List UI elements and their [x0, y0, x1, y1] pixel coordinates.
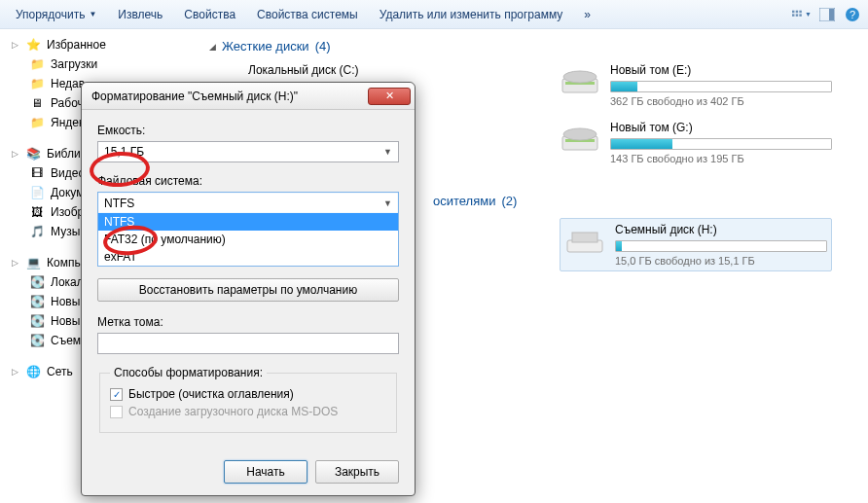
- volume-label-label: Метка тома:: [97, 315, 399, 329]
- drive-name: Новый том (G:): [610, 121, 832, 134]
- drive-usage-fill: [616, 241, 622, 251]
- toolbar-organize[interactable]: Упорядочить▼: [6, 5, 106, 24]
- toolbar-system-properties[interactable]: Свойства системы: [247, 5, 368, 24]
- drive-free-text: 15,0 ГБ свободно из 15,1 ГБ: [615, 255, 827, 267]
- sidebar-item-label: Музы: [51, 225, 80, 238]
- sidebar-item-label: Рабоч: [51, 96, 84, 110]
- drive-icon: 💽: [29, 313, 45, 329]
- sidebar-item-label: Избранное: [47, 38, 106, 52]
- chevron-down-icon: ▼: [383, 147, 392, 157]
- sidebar-downloads[interactable]: 📁Загрузки: [8, 54, 190, 74]
- chevron-down-icon: ▼: [383, 198, 392, 208]
- explorer-toolbar: Упорядочить▼ Извлечь Свойства Свойства с…: [0, 0, 868, 29]
- document-icon: 📄: [29, 185, 45, 200]
- format-dialog: Форматирование "Съемный диск (H:)" ✕ Емк…: [81, 82, 416, 496]
- hdd-icon: [560, 63, 600, 98]
- format-options-legend: Способы форматирования:: [110, 366, 267, 379]
- drive-item-g[interactable]: Новый том (G:) 143 ГБ свободно из 195 ГБ: [560, 121, 832, 164]
- drive-icon: 💽: [29, 294, 45, 309]
- collapse-icon: ▷: [10, 367, 19, 377]
- svg-point-15: [563, 128, 597, 140]
- chevron-right-icon: »: [584, 8, 591, 21]
- dialog-title: Форматирование "Съемный диск (H:)": [91, 90, 298, 103]
- filesystem-option-ntfs[interactable]: NTFS: [98, 213, 398, 231]
- drive-name: Новый том (E:): [610, 63, 832, 77]
- section-title: осителями: [433, 194, 495, 208]
- toolbar-overflow[interactable]: »: [574, 5, 600, 24]
- collapse-icon: ▷: [10, 149, 19, 159]
- checkbox-checked-icon[interactable]: [110, 388, 123, 401]
- library-icon: 📚: [25, 146, 41, 162]
- drive-free-text: 362 ГБ свободно из 402 ГБ: [610, 95, 832, 107]
- drive-icon: 💽: [29, 274, 45, 290]
- svg-text:?: ?: [850, 9, 855, 20]
- section-removable[interactable]: осителями (2): [433, 194, 849, 208]
- dialog-footer: Начать Закрыть: [97, 460, 399, 484]
- capacity-dropdown[interactable]: 15,1 ГБ▼: [97, 141, 399, 162]
- view-small-icons-button[interactable]: ▼: [792, 5, 812, 24]
- toolbar-extract[interactable]: Извлечь: [108, 5, 172, 24]
- sidebar-item-label: Яндек: [51, 116, 84, 129]
- drive-usage-bar: [610, 81, 832, 92]
- msdos-boot-label: Создание загрузочного диска MS-DOS: [128, 405, 338, 418]
- picture-icon: 🖼: [29, 204, 45, 220]
- format-options-group: Способы форматирования: Быстрое (очистка…: [99, 366, 397, 433]
- filesystem-dropdown[interactable]: NTFS▼: [97, 192, 399, 213]
- capacity-value: 15,1 ГБ: [104, 145, 144, 159]
- help-icon[interactable]: ?: [843, 5, 862, 24]
- toolbar-label: Упорядочить: [16, 8, 85, 21]
- collapse-icon: ▷: [10, 40, 19, 50]
- sidebar-item-label: Сеть: [47, 365, 73, 378]
- filesystem-label: Файловая система:: [97, 174, 399, 188]
- volume-label-input[interactable]: [97, 333, 399, 354]
- desktop-icon: 🖥: [29, 95, 45, 111]
- svg-rect-2: [799, 10, 801, 12]
- filesystem-option-exfat[interactable]: exFAT: [98, 248, 398, 266]
- drive-item-e[interactable]: Новый том (E:) 362 ГБ свободно из 402 ГБ: [560, 63, 832, 107]
- sidebar-item-label: Компь: [47, 256, 81, 269]
- svg-rect-1: [796, 10, 798, 12]
- chevron-down-icon: ▼: [89, 10, 96, 18]
- svg-rect-0: [792, 10, 794, 12]
- folder-icon: 📁: [29, 56, 45, 72]
- sidebar-item-label: Локал: [51, 275, 84, 289]
- start-button[interactable]: Начать: [224, 460, 307, 484]
- close-button[interactable]: ✕: [368, 88, 411, 105]
- video-icon: 🎞: [29, 165, 45, 181]
- toolbar-properties[interactable]: Свойства: [174, 5, 245, 24]
- music-icon: 🎵: [29, 224, 45, 239]
- toolbar-uninstall-change[interactable]: Удалить или изменить программу: [370, 5, 573, 24]
- removable-drive-icon: [564, 223, 605, 258]
- sidebar-favorites[interactable]: ▷⭐Избранное: [8, 35, 190, 54]
- quick-format-label: Быстрое (очистка оглавления): [128, 387, 294, 401]
- dialog-titlebar[interactable]: Форматирование "Съемный диск (H:)" ✕: [82, 83, 415, 110]
- filesystem-value: NTFS: [104, 197, 134, 210]
- svg-rect-4: [796, 14, 798, 16]
- expand-icon: ▷: [10, 258, 19, 268]
- restore-defaults-button[interactable]: Восстановить параметры по умолчанию: [97, 278, 399, 302]
- section-hard-drives[interactable]: ◢ Жесткие диски (4): [209, 39, 849, 54]
- preview-pane-button[interactable]: [817, 5, 837, 24]
- drive-name: Локальный диск (C:): [248, 63, 521, 77]
- sidebar-item-label: Новы: [51, 314, 80, 328]
- drive-item-h[interactable]: Съемный диск (H:) 15,0 ГБ свободно из 15…: [560, 218, 832, 271]
- quick-format-row[interactable]: Быстрое (очистка оглавления): [110, 387, 386, 401]
- section-count: (2): [501, 194, 517, 208]
- close-icon: ✕: [385, 90, 394, 101]
- svg-rect-5: [799, 14, 801, 16]
- close-dialog-button[interactable]: Закрыть: [315, 460, 399, 484]
- drive-usage-fill: [611, 139, 672, 149]
- star-icon: ⭐: [25, 37, 41, 53]
- filesystem-option-fat32[interactable]: FAT32 (по умолчанию): [98, 231, 398, 248]
- chevron-down-icon: ▼: [805, 11, 812, 18]
- folder-icon: 📁: [29, 115, 45, 130]
- sidebar-item-label: Видео: [51, 166, 85, 180]
- drive-name: Съемный диск (H:): [615, 223, 827, 236]
- drive-free-text: 143 ГБ свободно из 195 ГБ: [610, 153, 832, 164]
- filesystem-dropdown-list: NTFS FAT32 (по умолчанию) exFAT: [97, 213, 399, 267]
- sidebar-item-label: Недав: [51, 77, 85, 90]
- hdd-icon: [560, 121, 600, 156]
- computer-icon: 💻: [25, 255, 41, 270]
- section-title: Жесткие диски: [222, 39, 309, 54]
- dialog-body: Емкость: 15,1 ГБ▼ Файловая система: NTFS…: [82, 110, 415, 495]
